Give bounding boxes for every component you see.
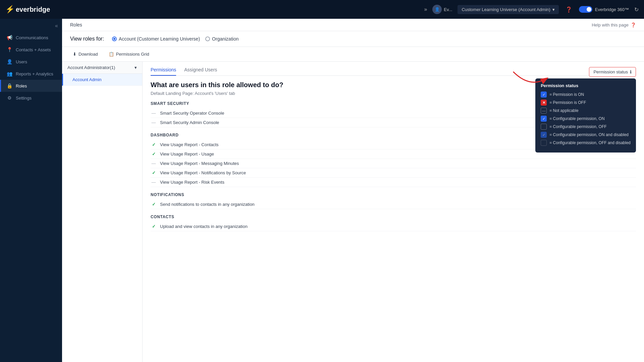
nav-arrows-icon[interactable]: »	[424, 6, 427, 12]
popup-row-5: ✓ = Configurable permission, ON and disa…	[541, 132, 631, 138]
roles-right-panel: Permissions Assigned Users Permission st…	[143, 62, 644, 362]
sidebar-item-settings[interactable]: ⚙ Settings	[0, 92, 62, 104]
popup-icon-6	[541, 140, 547, 146]
popup-desc-6: = Configurable permission, OFF and disab…	[549, 140, 631, 145]
user-avatar: 👤	[432, 5, 442, 14]
perm-label: View Usage Report - Notifications by Sou…	[160, 170, 246, 175]
permission-status-label: Permission status	[593, 69, 628, 74]
section-notifications: NOTIFICATIONS	[151, 192, 636, 197]
logo-icon: ⚡	[5, 5, 14, 14]
popup-row-4: = Configurable permission, OFF	[541, 124, 631, 130]
perm-label: View Usage Report - Risk Events	[160, 180, 224, 185]
logo-text: everbridge	[16, 6, 50, 13]
sidebar-item-users[interactable]: 👤 Users	[0, 56, 62, 68]
perm-usage-notifications: ✓ View Usage Report - Notifications by S…	[151, 168, 636, 178]
popup-icon-2: —	[541, 108, 547, 114]
org-selector[interactable]: Customer Learning Universe (Account Admi…	[458, 5, 558, 14]
help-circle-icon: ❓	[631, 22, 636, 27]
radio-account[interactable]: Account (Customer Learning Universe)	[112, 36, 200, 42]
top-nav-right: » 👤 Ev... Customer Learning Universe (Ac…	[424, 5, 639, 14]
radio-org-label: Organization	[212, 36, 238, 42]
sidebar-item-communications[interactable]: 📢 Communications	[0, 32, 62, 44]
communications-icon: 📢	[6, 35, 12, 40]
roles-icon: 🔒	[6, 83, 12, 88]
sidebar-item-label: Reports + Analytics	[16, 71, 53, 76]
perm-label: View Usage Report - Messaging Minutes	[160, 161, 239, 166]
radio-dot-account	[112, 37, 117, 41]
perm-icon-check: ✓	[151, 170, 157, 175]
perm-icon-dash: —	[151, 180, 157, 185]
perm-icon-check: ✓	[151, 142, 157, 147]
tab-assigned-users[interactable]: Assigned Users	[184, 64, 217, 76]
sidebar-item-reports-analytics[interactable]: 👥 Reports + Analytics	[0, 68, 62, 80]
sidebar-collapse-btn[interactable]: «	[0, 21, 62, 32]
collapse-icon: «	[55, 23, 58, 29]
tab-permissions-label: Permissions	[151, 67, 176, 72]
sidebar-item-roles[interactable]: 🔒 Roles	[0, 80, 62, 92]
roles-left-panel: Account Administrator(1) ▾ Account Admin	[62, 62, 143, 362]
popup-row-6: = Configurable permission, OFF and disab…	[541, 140, 631, 146]
role-item-account-admin[interactable]: Account Admin	[62, 74, 142, 86]
sidebar-item-label: Roles	[16, 83, 27, 88]
chevron-down-icon: ▾	[135, 65, 137, 70]
sidebar-item-label: Users	[16, 59, 27, 64]
perm-icon-check: ✓	[151, 202, 157, 207]
perm-usage-risk: — View Usage Report - Risk Events	[151, 178, 636, 187]
perm-label: Smart Security Admin Console	[160, 120, 219, 125]
toolbar: ⬇ Download 📋 Permissions Grid	[62, 47, 644, 62]
perm-icon-check: ✓	[151, 152, 157, 157]
info-icon: ℹ	[630, 69, 632, 74]
download-button[interactable]: ⬇ Download	[70, 50, 101, 58]
popup-desc-2: = Not applicable	[549, 108, 578, 113]
popup-icon-5: ✓	[541, 132, 547, 138]
popup-desc-4: = Configurable permission, OFF	[549, 124, 606, 129]
perm-label: Send notifications to contacts in any or…	[160, 202, 255, 207]
sidebar: « 📢 Communications 📍 Contacts + Assets 👤…	[0, 19, 62, 362]
popup-desc-3: = Configurable permission, ON	[549, 116, 604, 121]
popup-icon-1: ✕	[541, 100, 547, 106]
toggle-switch[interactable]	[579, 6, 592, 13]
toggle-360[interactable]: Everbridge 360™	[579, 6, 629, 13]
popup-desc-1: = Permission is OFF	[549, 100, 586, 105]
settings-icon: ⚙	[6, 95, 12, 101]
sidebar-item-label: Contacts + Assets	[16, 47, 51, 52]
popup-row-0: ✓ = Permission is ON	[541, 92, 631, 98]
help-page-label: Help with this page	[592, 22, 629, 27]
popup-icon-3: ✓	[541, 116, 547, 122]
perm-icon-dash: —	[151, 111, 157, 116]
sidebar-item-label: Settings	[16, 96, 32, 101]
perm-icon-dash: —	[151, 161, 157, 166]
permission-popup: Permission status ✓ = Permission is ON ✕…	[535, 78, 636, 153]
breadcrumb: Roles	[70, 22, 82, 27]
breadcrumb-bar: Roles Help with this page ❓	[62, 19, 644, 31]
popup-icon-0: ✓	[541, 92, 547, 98]
reports-icon: 👥	[6, 71, 12, 76]
org-label: Customer Learning Universe (Account Admi…	[462, 7, 550, 12]
role-group-label: Account Administrator(1)	[67, 65, 115, 70]
perm-label: View Usage Report - Contacts	[160, 142, 219, 147]
radio-organization[interactable]: Organization	[205, 36, 238, 42]
refresh-icon[interactable]: ↻	[634, 6, 639, 13]
tabs-bar: Permissions Assigned Users	[151, 62, 636, 76]
tab-permissions[interactable]: Permissions	[151, 64, 176, 76]
perm-send-notifications: ✓ Send notifications to contacts in any …	[151, 200, 636, 209]
perm-upload-contacts: ✓ Upload and view contacts in any organi…	[151, 222, 636, 231]
download-label: Download	[78, 52, 98, 57]
user-label: Ev...	[444, 7, 452, 12]
top-nav: ⚡ everbridge » 👤 Ev... Customer Learning…	[0, 0, 644, 19]
radio-dot-org	[205, 37, 210, 41]
help-icon-btn[interactable]: ❓	[564, 5, 574, 14]
section-contacts: CONTACTS	[151, 215, 636, 219]
help-page-link[interactable]: Help with this page ❓	[592, 22, 636, 27]
sidebar-item-contacts-assets[interactable]: 📍 Contacts + Assets	[0, 44, 62, 56]
download-icon: ⬇	[73, 52, 76, 57]
role-group-header[interactable]: Account Administrator(1) ▾	[62, 62, 142, 74]
permissions-grid-button[interactable]: 📋 Permissions Grid	[106, 50, 152, 58]
popup-icon-4	[541, 124, 547, 130]
permissions-grid-label: Permissions Grid	[116, 52, 149, 57]
user-badge[interactable]: 👤 Ev...	[432, 5, 452, 14]
main-content: Roles Help with this page ❓ View roles f…	[62, 19, 644, 362]
contacts-icon: 📍	[6, 47, 12, 52]
permission-status-button[interactable]: Permission status ℹ	[589, 67, 636, 77]
perm-label: View Usage Report - Usage	[160, 152, 214, 157]
